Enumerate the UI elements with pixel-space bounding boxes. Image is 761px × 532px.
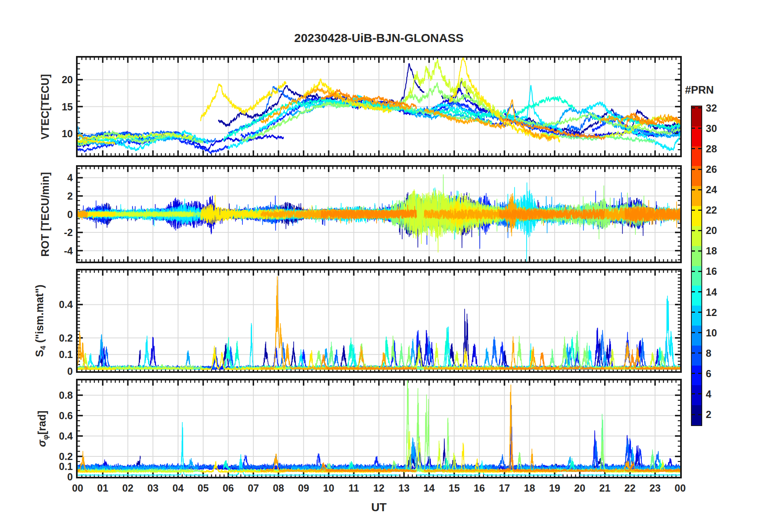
colorbar-tick-label: 22 [706,204,728,216]
colorbar-tick-mark [698,169,701,170]
colorbar-tick-mark [692,250,695,252]
colorbar-segment [692,226,701,246]
colorbar-segment [692,246,701,266]
x-tick-label: 16 [467,482,492,494]
colorbar-tick-mark [698,393,701,394]
colorbar-segment [692,106,701,126]
colorbar-tick-label: 2 [706,408,728,420]
colorbar-tick-label: 10 [706,327,728,339]
panel-rot [76,165,682,263]
colorbar-tick-label: 28 [706,143,728,155]
colorbar-segment [692,405,701,425]
colorbar-tick-mark [692,148,695,149]
x-tick-label: 19 [542,482,567,494]
vtec-plot-canvas [78,58,680,156]
colorbar-tick-mark [692,352,695,354]
chart-title: 20230428-UiB-BJN-GLONASS [76,31,682,45]
colorbar-tick-mark [692,373,695,374]
colorbar-tick-mark [698,250,701,252]
colorbar-tick-mark [698,210,701,211]
colorbar-segment [692,326,701,346]
colorbar-tick-mark [692,393,695,394]
colorbar-segment [692,126,701,146]
colorbar-tick-mark [692,312,695,313]
colorbar-tick-mark [698,107,701,108]
colorbar-tick-mark [692,271,695,272]
colorbar-tick-mark [692,291,695,292]
colorbar-tick-label: 26 [706,163,728,175]
x-axis-label: UT [76,501,682,514]
colorbar-tick-label: 16 [706,265,728,277]
colorbar-tick-label: 12 [706,306,728,318]
panel-sigma [76,379,682,478]
x-tick-label: 15 [441,482,467,494]
colorbar-segment [692,266,701,286]
colorbar-tick-mark [692,230,695,231]
y-axis-label-sigma: σφ[rad] [35,329,49,529]
x-tick-label: 01 [90,482,116,494]
x-tick-label: 00 [65,482,90,494]
x-tick-label: 00 [667,482,693,494]
colorbar-tick-mark [692,189,695,190]
colorbar-title: #PRN [685,84,714,96]
colorbar-tick-mark [692,169,695,170]
colorbar-tick-mark [698,352,701,354]
colorbar-tick-label: 24 [706,184,728,196]
x-tick-label: 12 [366,482,392,494]
x-tick-label: 14 [417,482,442,494]
x-tick-label: 04 [165,482,191,494]
colorbar-tick-label: 18 [706,245,728,257]
colorbar-tick-label: 20 [706,224,728,236]
x-tick-label: 17 [492,482,517,494]
colorbar-tick-mark [698,312,701,313]
x-tick-label: 18 [517,482,543,494]
panel-s4 [76,269,682,373]
colorbar [691,106,702,426]
colorbar-tick-mark [692,332,695,333]
colorbar-tick-mark [698,189,701,190]
colorbar-segment [692,385,701,405]
sigma-plot-canvas [78,380,680,477]
x-tick-label: 03 [140,482,166,494]
colorbar-tick-label: 8 [706,347,728,359]
panel-vtec [76,56,682,157]
rot-plot-canvas [78,167,680,262]
colorbar-segment [692,306,701,326]
x-tick-label: 10 [316,482,342,494]
colorbar-tick-mark [698,148,701,149]
colorbar-tick-mark [698,291,701,292]
x-tick-label: 07 [240,482,266,494]
x-tick-label: 13 [391,482,417,494]
colorbar-tick-mark [692,107,695,108]
colorbar-tick-mark [698,332,701,333]
x-tick-label: 22 [617,482,643,494]
colorbar-tick-mark [698,414,701,415]
colorbar-segment [692,206,701,226]
colorbar-tick-mark [692,210,695,211]
colorbar-tick-mark [692,414,695,415]
x-tick-label: 02 [115,482,141,494]
colorbar-tick-mark [698,373,701,374]
colorbar-segment [692,346,701,366]
colorbar-tick-label: 30 [706,122,728,134]
colorbar-tick-label: 14 [706,286,728,298]
colorbar-tick-label: 32 [706,102,728,114]
x-tick-label: 08 [266,482,291,494]
colorbar-segment [692,366,701,386]
colorbar-tick-mark [698,271,701,272]
s4-plot-canvas [78,270,680,371]
x-tick-label: 23 [642,482,668,494]
colorbar-tick-label: 4 [706,388,728,400]
x-tick-label: 20 [567,482,593,494]
x-tick-label: 05 [190,482,216,494]
colorbar-tick-mark [692,128,695,129]
x-tick-label: 06 [216,482,241,494]
x-tick-label: 21 [592,482,618,494]
colorbar-tick-mark [698,128,701,129]
figure-root: 20230428-UiB-BJN-GLONASS UT #PRN 101520V… [0,0,761,532]
x-tick-label: 09 [291,482,316,494]
colorbar-tick-mark [698,230,701,231]
colorbar-segment [692,286,701,306]
x-tick-label: 11 [341,482,366,494]
colorbar-tick-label: 6 [706,368,728,380]
